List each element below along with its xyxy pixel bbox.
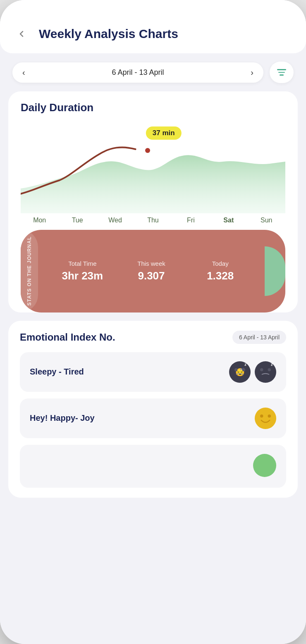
svg-point-10 <box>260 414 263 417</box>
emotional-date-range: 6 April - 13 April <box>232 331 286 344</box>
prev-date-btn[interactable]: ‹ <box>22 68 25 76</box>
stats-content: Total Time 3hr 23m This week 9.307 Today… <box>38 252 265 291</box>
svg-point-9 <box>255 408 276 429</box>
today-label: Today <box>186 260 255 267</box>
stats-side-label: STATS ON THE JOURNAL <box>21 230 38 312</box>
chart-dot <box>145 148 150 153</box>
chart-area: 37 min <box>21 122 285 230</box>
filter-line-3 <box>280 74 284 76</box>
header: Weekly Analysis Charts <box>0 0 306 53</box>
emotional-index-section: Emotional Index No. 6 April - 13 April S… <box>8 321 298 498</box>
day-wed: Wed <box>96 217 134 224</box>
chart-labels: Mon Tue Wed Thu Fri Sat Sun <box>21 213 285 230</box>
svg-point-5 <box>255 361 276 383</box>
day-tue: Tue <box>58 217 96 224</box>
sleepy-icons: 😴 z z <box>229 361 276 383</box>
this-week-label: This week <box>117 260 186 267</box>
filter-line-1 <box>277 69 286 70</box>
phone-frame: Weekly Analysis Charts ‹ 6 April - 13 Ap… <box>0 0 306 644</box>
filter-button[interactable] <box>270 62 294 83</box>
day-sun: Sun <box>248 217 285 224</box>
happy-icons <box>255 408 276 429</box>
stats-green-cap <box>265 246 285 296</box>
date-section: ‹ 6 April - 13 April › <box>0 62 306 91</box>
stat-this-week: This week 9.307 <box>117 260 186 282</box>
day-mon: Mon <box>21 217 58 224</box>
svg-point-6 <box>260 368 263 371</box>
page-title: Weekly Analysis Charts <box>39 27 178 41</box>
daily-duration-section: Daily Duration 37 min <box>8 91 298 312</box>
stat-total-time: Total Time 3hr 23m <box>48 260 117 282</box>
total-time-label: Total Time <box>48 260 117 267</box>
daily-duration-title: Daily Duration <box>21 101 285 114</box>
chart-tooltip: 37 min <box>146 126 182 140</box>
svg-point-11 <box>268 414 271 417</box>
date-range-text: 6 April - 13 April <box>32 68 244 77</box>
day-sat: Sat <box>210 217 247 224</box>
happy-icon-1 <box>255 408 276 429</box>
filter-line-2 <box>278 72 285 73</box>
back-button[interactable] <box>12 25 31 43</box>
bottom-card <box>20 445 286 488</box>
date-range-pill: ‹ 6 April - 13 April › <box>12 62 263 83</box>
svg-text:z: z <box>271 363 273 367</box>
total-time-value: 3hr 23m <box>48 270 117 282</box>
bottom-emotion-icon <box>253 454 276 479</box>
svg-text:z: z <box>244 363 246 367</box>
sleepy-icon-2: z <box>255 361 276 383</box>
svg-point-2 <box>234 368 237 371</box>
filter-icon <box>277 69 286 76</box>
emotion-card-happy: Hey! Happy- Joy <box>20 398 286 438</box>
sleepy-label: Sleepy - Tired <box>30 367 84 377</box>
happy-label: Hey! Happy- Joy <box>30 413 95 423</box>
stat-today: Today 1.328 <box>186 260 255 282</box>
this-week-value: 9.307 <box>117 270 186 282</box>
emotion-card-sleepy: Sleepy - Tired 😴 z <box>20 352 286 392</box>
svg-point-3 <box>242 368 245 371</box>
screen: Weekly Analysis Charts ‹ 6 April - 13 Ap… <box>0 0 306 644</box>
next-date-btn[interactable]: › <box>251 68 253 76</box>
day-fri: Fri <box>172 217 210 224</box>
green-emotion-icon <box>253 454 276 477</box>
emotional-header: Emotional Index No. 6 April - 13 April <box>20 331 286 344</box>
today-value: 1.328 <box>186 270 255 282</box>
sleepy-icon-1: 😴 z <box>229 361 251 383</box>
emotional-title: Emotional Index No. <box>20 332 115 343</box>
day-thu: Thu <box>134 217 172 224</box>
svg-point-12 <box>253 454 276 477</box>
stats-banner: STATS ON THE JOURNAL Total Time 3hr 23m … <box>21 230 285 312</box>
svg-point-7 <box>268 368 271 371</box>
